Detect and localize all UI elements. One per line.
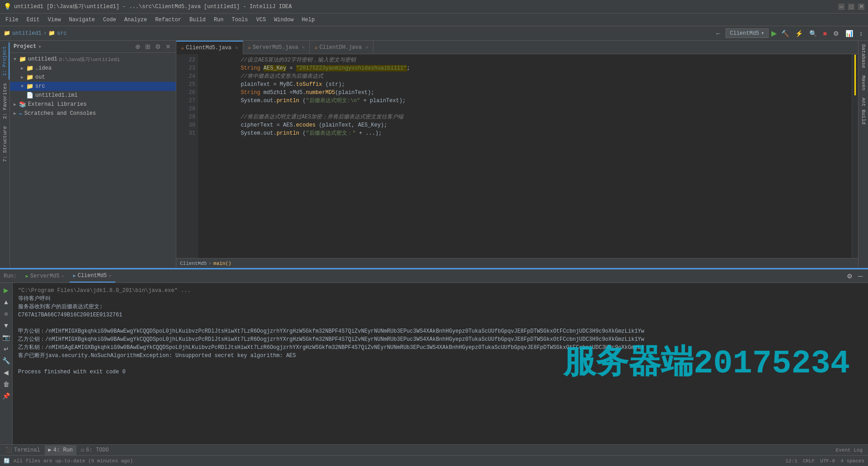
breadcrumb-sep1: › — [43, 30, 47, 37]
idea-folder-icon: 📁 — [26, 65, 33, 72]
coverage-button[interactable]: ⚡ — [793, 29, 805, 38]
menu-file[interactable]: File — [2, 15, 22, 25]
rerun-button[interactable]: ▶ — [3, 286, 9, 295]
tree-external-libraries[interactable]: ▶ 📚 External Libraries — [10, 100, 176, 109]
tree-iml[interactable]: 📄 untitled1.iml — [10, 91, 176, 100]
settings-button[interactable]: ⚙ — [831, 29, 841, 38]
right-tab-ant[interactable]: Ant Build — [859, 94, 868, 128]
bottom-right: Event Log — [836, 447, 866, 453]
right-tab-database[interactable]: Database — [859, 41, 868, 72]
gutter-22 — [176, 54, 180, 62]
cursor-position[interactable]: 12:1 — [785, 458, 797, 464]
line-ending[interactable]: CRLF — [803, 458, 815, 464]
toolbar-breadcrumb: 📁 untitled1 › 📁 src — [4, 30, 67, 37]
prev-button[interactable]: ◀ — [3, 368, 9, 377]
bottom-tab-run[interactable]: ▶ 4: Run — [45, 445, 76, 455]
sidebar-tab-favorites[interactable]: 2: Favorites — [1, 80, 9, 122]
scroll-down-button[interactable]: ▼ — [2, 321, 10, 330]
menu-code[interactable]: Code — [99, 15, 120, 25]
stop-run-button[interactable]: ■ — [3, 309, 9, 318]
indent[interactable]: 4 spaces — [840, 458, 864, 464]
bc-file[interactable]: ClientMd5 — [180, 261, 207, 266]
run-servermd5-icon: ▶ — [26, 273, 28, 279]
editor-tab-bar: ☕ ClientMd5.java ✕ ☕ ServerMd5.java ✕ ☕ … — [176, 41, 858, 54]
status-left: 🔄 All files are up-to-date (5 minutes ag… — [4, 458, 133, 464]
run-servermd5-close[interactable]: ✕ — [61, 273, 64, 279]
gutter-28 — [176, 103, 180, 111]
tree-out[interactable]: ▶ 📁 out — [10, 73, 176, 82]
run-minimize-button[interactable]: ─ — [856, 272, 864, 281]
breadcrumb-src[interactable]: src — [57, 30, 67, 37]
menu-refactor[interactable]: Refactor — [151, 15, 185, 25]
project-close-button[interactable]: ✕ — [164, 42, 172, 51]
run-label: Run: — [4, 273, 17, 279]
ln-26: 26 — [180, 89, 195, 97]
pin-button[interactable]: 📌 — [1, 391, 11, 400]
menu-run[interactable]: Run — [210, 15, 227, 25]
code-line-26: String md5zhi1 =Md5.numberMD5(plainText)… — [202, 89, 848, 97]
filter-button[interactable]: 🔧 — [1, 356, 11, 365]
tab-clientmd5-close[interactable]: ✕ — [235, 45, 238, 51]
stop-button[interactable]: ■ — [821, 29, 829, 38]
menu-help[interactable]: Help — [298, 15, 318, 25]
build-button[interactable]: 🔨 — [779, 29, 791, 38]
bc-method[interactable]: main() — [213, 261, 231, 266]
menu-build[interactable]: Build — [186, 15, 209, 25]
code-editor[interactable]: //设立AES算法的32字符密钥，输入密文与密钥 String AES_Key … — [198, 54, 852, 258]
profile-button[interactable]: 🔍 — [807, 29, 819, 38]
breadcrumb-project[interactable]: untitled1 — [12, 30, 42, 37]
navigate-back-button[interactable]: ← — [713, 29, 723, 38]
right-tab-maven[interactable]: Maven — [859, 72, 868, 94]
output-line-3: C767A17BA66C749B16C2001EE0132761 — [18, 311, 863, 319]
title-left: 💡 untitled1 [D:\Java练习\untitled1] - ...\… — [4, 3, 292, 10]
code-line-25: plainText = MyBC.toSuffix (str); — [202, 80, 848, 89]
tree-src[interactable]: ▼ 📁 src — [10, 82, 176, 91]
run-button[interactable]: ▶ — [771, 29, 777, 38]
scroll-up-button[interactable]: ▲ — [2, 297, 10, 306]
run-config-selector[interactable]: ClientMd5 ▾ — [726, 28, 768, 38]
menu-vcs[interactable]: VCS — [253, 15, 270, 25]
tab-clientmd5[interactable]: ☕ ClientMd5.java ✕ — [176, 41, 243, 54]
project-structure-button[interactable]: 📊 — [844, 29, 855, 38]
bottom-tab-terminal[interactable]: ⬛ Terminal — [2, 445, 44, 455]
sidebar-tab-project[interactable]: 1: Project — [0, 42, 9, 80]
clear-button[interactable]: 🗑 — [2, 380, 10, 389]
bottom-tab-todo[interactable]: ☑ 6: TODO — [77, 445, 113, 455]
menu-edit[interactable]: Edit — [23, 15, 43, 25]
menu-tools[interactable]: Tools — [228, 15, 252, 25]
camera-button[interactable]: 📷 — [1, 333, 11, 342]
run-tab-servermd5[interactable]: ▶ ServerMd5 ✕ — [22, 270, 68, 282]
tab-clientdh-close[interactable]: ✕ — [365, 44, 368, 50]
tree-root[interactable]: ▼ 📁 untitled1 D:\Java练习\untitled1 — [10, 55, 176, 64]
menu-navigate[interactable]: Navigate — [65, 15, 99, 25]
menu-window[interactable]: Window — [270, 15, 297, 25]
minimize-button[interactable]: ─ — [838, 4, 844, 10]
sidebar-tab-structure[interactable]: 7: Structure — [1, 122, 9, 165]
project-add-button[interactable]: ⊕ — [134, 42, 142, 51]
project-settings-button[interactable]: ⚙ — [154, 42, 162, 51]
wrap-button[interactable]: ↵ — [3, 344, 10, 353]
run-header: Run: ▶ ServerMd5 ✕ ▶ ClientMd5 ✕ ⚙ ─ — [0, 269, 868, 283]
event-log-link[interactable]: Event Log — [836, 447, 863, 453]
tab-servermd5-close[interactable]: ✕ — [302, 44, 305, 50]
vcs-button[interactable]: ↕ — [858, 29, 864, 38]
src-folder-icon: 📁 — [26, 83, 33, 90]
tab-clientdh[interactable]: ☕ ClientDH.java ✕ — [310, 41, 373, 54]
project-scope-button[interactable]: ⊞ — [144, 42, 152, 51]
tree-idea[interactable]: ▶ 📁 .idea — [10, 64, 176, 73]
run-settings-button[interactable]: ⚙ — [845, 272, 854, 281]
run-tab-clientmd5[interactable]: ▶ ClientMd5 ✕ — [70, 270, 115, 282]
run-clientmd5-close[interactable]: ✕ — [109, 273, 112, 278]
project-dropdown-icon[interactable]: ▾ — [38, 43, 41, 50]
maximize-button[interactable]: □ — [848, 4, 854, 10]
project-panel: Project ▾ ⊕ ⊞ ⚙ ✕ ▼ 📁 untitled — [10, 41, 176, 268]
tree-scratches[interactable]: ▶ ✏ Scratches and Consoles — [10, 109, 176, 118]
idea-label: .idea — [35, 65, 52, 71]
tab-servermd5[interactable]: ☕ ServerMd5.java ✕ — [243, 41, 310, 54]
menu-analyze[interactable]: Analyze — [121, 15, 151, 25]
encoding[interactable]: UTF-8 — [820, 458, 835, 464]
close-button[interactable]: ✕ — [858, 4, 864, 10]
menu-view[interactable]: View — [44, 15, 65, 25]
ext-arrow-icon: ▶ — [14, 102, 19, 107]
code-line-31: System.out.println ("后缀表达式密文：" + ...); — [202, 129, 848, 137]
